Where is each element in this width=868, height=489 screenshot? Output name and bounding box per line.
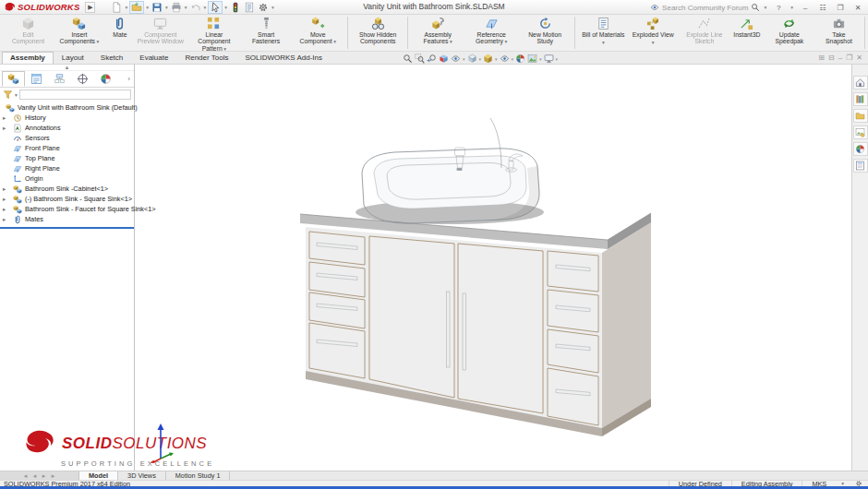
minimize-button[interactable]: – — [799, 2, 812, 13]
expand-arrow-icon[interactable]: ▸ — [3, 214, 10, 224]
smart-fasteners-button[interactable]: Smart Fasteners — [241, 15, 291, 51]
view-settings-icon[interactable] — [544, 54, 554, 64]
reference-geometry-button[interactable]: Reference Geometry — [464, 15, 518, 51]
display-style-icon[interactable] — [483, 54, 493, 64]
print-button[interactable] — [170, 1, 183, 14]
custom-properties-icon[interactable] — [853, 159, 868, 173]
tab-motion-study-1[interactable]: Motion Study 1 — [166, 471, 231, 480]
edit-component-button[interactable]: Edit Component — [4, 15, 53, 51]
component-preview-window-button[interactable]: Component Preview Window — [134, 15, 187, 51]
feature-tree: Vanity Unit with Bathroom Sink (Default)… — [0, 101, 134, 229]
exploded-view-button[interactable]: Exploded View — [629, 15, 678, 51]
panel-collapse-handle[interactable]: ▲ — [0, 65, 134, 71]
insert-components-icon — [72, 17, 86, 30]
show-hidden-components-button[interactable]: Show Hidden Components — [351, 15, 404, 51]
undo-button[interactable] — [189, 1, 202, 14]
zoom-to-area-icon[interactable] — [415, 54, 425, 64]
move-component-button[interactable]: Move Component — [291, 15, 344, 51]
open-button[interactable] — [129, 1, 144, 14]
dynamic-annotation-views-icon[interactable] — [451, 54, 461, 64]
take-snapshot-button[interactable]: Take Snapshot — [816, 15, 862, 51]
tree-item-history[interactable]: ▸ History — [0, 113, 134, 123]
expand-arrow-icon[interactable]: ▸ — [3, 113, 10, 123]
design-library-icon[interactable] — [853, 92, 868, 106]
tree-root-item[interactable]: Vanity Unit with Bathroom Sink (Default) — [0, 102, 134, 113]
apply-scene-icon[interactable] — [527, 54, 537, 64]
assembly-features-button[interactable]: Assembly Features — [411, 15, 464, 51]
edit-appearance-icon[interactable] — [515, 54, 525, 64]
configurationmanager-tab[interactable] — [48, 71, 71, 87]
tree-filter-input[interactable] — [19, 89, 131, 100]
insert-components-button[interactable]: Insert Components — [53, 15, 106, 51]
tree-item-annotations[interactable]: ▸ Annotations — [0, 123, 134, 133]
community-search[interactable]: Search Community Forum ▾ — [650, 3, 767, 12]
expand-arrow-icon[interactable]: ▸ — [3, 194, 10, 204]
tree-item-cabinet[interactable]: ▸ Bathroom Sink -Cabinet<1> — [0, 184, 134, 194]
appearances-scenes-icon[interactable] — [853, 142, 868, 156]
dimxpertmanager-tab[interactable] — [71, 71, 94, 87]
document-tabs-bar: ◄◄►► Model 3D Views Motion Study 1 — [0, 471, 868, 480]
menu-flyout-arrow[interactable]: ▶ — [85, 2, 95, 13]
tab-assembly[interactable]: Assembly — [2, 52, 54, 64]
featuremanager-tree-tab[interactable] — [2, 71, 25, 87]
tree-item-right-plane[interactable]: Right Plane — [0, 163, 134, 173]
doc-close-icon[interactable]: ✕ — [856, 53, 862, 64]
tree-item-faucet[interactable]: ▸ Bathroom Sink - Faucet for Square Sink… — [0, 204, 134, 214]
solidworks-resources-icon[interactable] — [853, 76, 868, 89]
tab-layout[interactable]: Layout — [54, 52, 92, 64]
tree-item-square-sink[interactable]: ▸ (-) Bathroom Sink - Square Sink<1> — [0, 194, 134, 204]
view-palette-icon[interactable] — [853, 125, 868, 139]
tree-item-mates[interactable]: ▸ Mates — [0, 214, 134, 224]
solidworks-logo-icon — [4, 2, 16, 12]
assembly-features-icon — [431, 17, 445, 30]
tree-split-bar[interactable] — [0, 227, 134, 229]
help-button[interactable]: ? — [772, 2, 785, 13]
quick-access-toolbar: ▾ ▾ ▾ ▾ ▾ ▾ ▾ — [110, 1, 274, 14]
tree-item-top-plane[interactable]: Top Plane — [0, 153, 134, 163]
pane-right-icon[interactable]: ⊟ — [828, 53, 835, 64]
tree-item-front-plane[interactable]: Front Plane — [0, 143, 134, 153]
zoom-to-fit-icon[interactable] — [403, 54, 413, 64]
panel-tabs-overflow[interactable]: › — [127, 75, 132, 83]
rebuild-button[interactable] — [229, 1, 242, 14]
select-button[interactable] — [208, 1, 223, 14]
update-speedpak-button[interactable]: Update Speedpak — [763, 15, 816, 51]
brand-name: SOLIDWORKS — [18, 2, 79, 12]
explode-line-sketch-button[interactable]: Explode Line Sketch — [678, 15, 731, 51]
tab-solidworks-add-ins[interactable]: SOLIDWORKS Add-Ins — [236, 52, 331, 64]
bill-of-materials-button[interactable]: Bill of Materials — [578, 15, 628, 51]
linear-component-pattern-button[interactable]: Linear Component Pattern — [187, 15, 241, 51]
tab-render-tools[interactable]: Render Tools — [176, 52, 236, 64]
expand-arrow-icon[interactable]: ▸ — [3, 204, 10, 214]
pane-left-icon[interactable]: ⊞ — [818, 53, 825, 64]
section-view-icon[interactable] — [439, 54, 449, 64]
graphics-area[interactable]: SOLIDSOLUTIONS SUPPORTING EXCELLENCE — [136, 65, 851, 471]
file-explorer-icon[interactable] — [853, 109, 868, 123]
tree-item-sensors[interactable]: Sensors — [0, 133, 134, 143]
new-motion-study-button[interactable]: New Motion Study — [518, 15, 572, 51]
tab-evaluate[interactable]: Evaluate — [131, 52, 176, 64]
close-button[interactable]: ✕ — [851, 2, 864, 13]
view-orientation-icon[interactable] — [467, 54, 477, 64]
previous-view-icon[interactable] — [427, 54, 437, 64]
tab-sketch[interactable]: Sketch — [92, 52, 131, 64]
new-document-button[interactable] — [110, 1, 123, 14]
save-button[interactable] — [151, 1, 163, 14]
filter-caret-icon[interactable]: ▾ — [15, 92, 18, 98]
options-button[interactable] — [257, 1, 270, 14]
doc-minimize-icon[interactable]: – — [838, 53, 842, 64]
ribbon-separator — [407, 17, 408, 49]
displaymanager-tab[interactable] — [94, 71, 117, 87]
maximize-button[interactable]: ☷ — [816, 2, 829, 13]
hide-show-items-icon[interactable] — [500, 54, 510, 64]
mate-button[interactable]: Mate — [106, 15, 134, 51]
component-icon — [13, 185, 22, 194]
expand-arrow-icon[interactable]: ▸ — [3, 184, 10, 194]
restore-button[interactable]: ❐ — [834, 2, 847, 13]
tree-item-origin[interactable]: Origin — [0, 173, 134, 184]
instant3d-button[interactable]: Instant3D — [731, 15, 763, 51]
expand-arrow-icon[interactable]: ▸ — [3, 123, 10, 133]
propertymanager-tab[interactable] — [25, 71, 48, 87]
doc-restore-icon[interactable]: ❐ — [846, 53, 852, 64]
file-properties-button[interactable] — [243, 1, 256, 14]
